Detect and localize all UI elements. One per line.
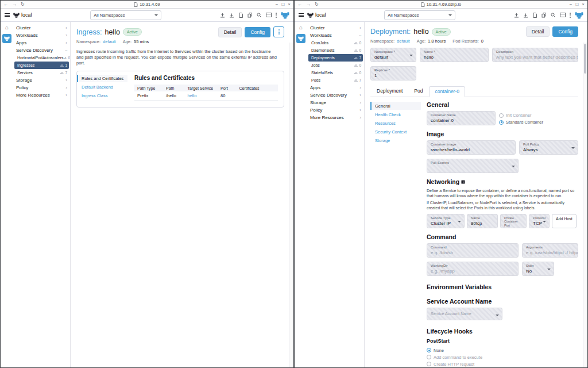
arguments-input[interactable]: Arguments e.g. /usr/sbin/httpd -f httpd.…	[522, 243, 578, 258]
namespace-filter-select[interactable]: All Namespaces	[90, 10, 161, 20]
file-icon[interactable]	[238, 13, 243, 18]
subnav-default-backend[interactable]: Default Backend	[77, 83, 127, 91]
port-name-input[interactable]: Name 80tcp	[467, 214, 498, 228]
search-icon[interactable]	[257, 13, 262, 18]
actions-button[interactable]	[273, 26, 284, 37]
namespace-link[interactable]: default	[103, 39, 116, 44]
cluster-brand[interactable]: local	[307, 12, 326, 18]
home-icon[interactable]: ⌂	[5, 25, 9, 30]
download-icon[interactable]	[523, 13, 528, 18]
rancher-logo-avatar[interactable]	[281, 11, 289, 20]
sidebar-item-storage[interactable]: Storage ›	[307, 99, 364, 106]
sidebar-item-policy[interactable]: Policy ›	[13, 84, 70, 91]
minimize-button[interactable]: −	[276, 2, 278, 7]
container-image-input[interactable]: Container Image rancher/hello-world	[427, 140, 516, 155]
address-bar[interactable]: 10.31.4.69	[49, 2, 245, 7]
sidebar-item-pods[interactable]: Pods 7	[307, 76, 364, 84]
pull-secrets-select[interactable]: Pull Secrets	[427, 159, 519, 173]
download-icon[interactable]	[229, 13, 234, 18]
tab-deployment[interactable]: Deployment	[372, 86, 408, 97]
description-input[interactable]: Description Any text you want that bette…	[492, 48, 578, 62]
cluster-rail-icon[interactable]	[2, 34, 11, 43]
menu-icon[interactable]	[5, 13, 10, 17]
service-type-select[interactable]: Service Type Cluster IP	[427, 214, 465, 228]
subnav-general[interactable]: General	[370, 102, 421, 110]
stdin-select[interactable]: Stdin No	[522, 262, 554, 276]
home-icon[interactable]: ⌂	[299, 25, 303, 30]
pull-policy-select[interactable]: Pull Policy Always	[519, 140, 578, 155]
sidebar-item-more-resources[interactable]: More Resources ›	[307, 114, 364, 121]
subnav-ingress-class[interactable]: Ingress Class	[77, 92, 127, 99]
sidebar-item-service-discovery[interactable]: Service Discovery ›	[307, 91, 364, 99]
kebab-menu-icon[interactable]	[570, 13, 571, 18]
sidebar-item-ingresses[interactable]: Ingresses 1	[14, 62, 69, 69]
rancher-logo-avatar[interactable]	[575, 11, 583, 20]
private-container-port-input[interactable]: Private Container Port	[500, 214, 527, 228]
config-button[interactable]: Config	[245, 27, 270, 37]
scrollbar-track[interactable]	[583, 43, 587, 367]
replicas-input[interactable]: Replicas * 1	[370, 66, 416, 80]
standard-container-radio[interactable]: Standard Container	[499, 120, 543, 125]
maximize-button[interactable]: □	[281, 2, 284, 7]
protocol-select[interactable]: Protocol TCP	[529, 214, 550, 228]
cell-target-service-link[interactable]: hello	[185, 91, 218, 101]
reload-button[interactable]: ↻	[21, 2, 25, 7]
sidebar-item-jobs[interactable]: Jobs 0	[307, 62, 364, 69]
container-name-input[interactable]: Container Name container-0	[427, 111, 496, 125]
cluster-rail-icon[interactable]	[296, 34, 305, 43]
detail-button[interactable]: Detail	[526, 26, 550, 37]
close-button[interactable]: ×	[582, 2, 585, 7]
scrollbar-track[interactable]	[289, 43, 293, 367]
window-icon[interactable]	[266, 13, 272, 17]
copy-icon[interactable]	[541, 13, 547, 18]
sidebar-item-cluster[interactable]: Cluster ›	[307, 24, 364, 32]
sidebar-item-hpa[interactable]: HorizontalPodAutoscalers 0	[13, 54, 70, 62]
minimize-button[interactable]: −	[570, 2, 572, 7]
namespace-filter-select[interactable]: All Namespaces	[384, 10, 455, 20]
sidebar-item-service-discovery[interactable]: Service Discovery ›	[13, 47, 70, 54]
sidebar-item-statefulsets[interactable]: StatefulSets 0	[307, 69, 364, 76]
back-button[interactable]: ←	[3, 2, 8, 7]
import-yaml-icon[interactable]	[514, 13, 519, 18]
file-icon[interactable]	[532, 13, 537, 18]
poststart-none-radio[interactable]: None	[427, 348, 578, 353]
sidebar-item-deployments[interactable]: Deployments 7	[308, 54, 363, 62]
init-container-radio[interactable]: Init Container	[499, 113, 543, 118]
address-bar[interactable]: 10.31.4.69.sslip.io	[343, 2, 539, 7]
service-account-select[interactable]: Service Account Name	[427, 308, 502, 320]
namespace-select[interactable]: Namespace * default	[370, 48, 416, 62]
sidebar-item-workloads[interactable]: Workloads ›	[307, 32, 364, 39]
cluster-brand[interactable]: local	[13, 12, 32, 18]
sidebar-item-policy[interactable]: Policy ›	[307, 106, 364, 114]
back-button[interactable]: ←	[297, 2, 302, 7]
subnav-storage[interactable]: Storage	[370, 136, 421, 144]
copy-icon[interactable]	[247, 13, 253, 18]
config-button[interactable]: Config	[552, 26, 578, 37]
sidebar-item-cluster[interactable]: Cluster ›	[13, 24, 70, 32]
close-button[interactable]: ×	[288, 2, 291, 7]
sidebar-item-storage[interactable]: Storage ›	[13, 76, 70, 84]
name-input[interactable]: Name * hello	[420, 48, 489, 62]
window-icon[interactable]	[560, 13, 566, 17]
command-input[interactable]: Command e.g. /bin/sh	[427, 243, 519, 258]
forward-button[interactable]: →	[12, 2, 17, 7]
subnav-health-check[interactable]: Health Check	[370, 110, 421, 118]
poststart-create-http-radio[interactable]: Create HTTP request	[427, 362, 578, 367]
poststart-add-command-radio[interactable]: Add command to execute	[427, 355, 578, 360]
sidebar-item-apps[interactable]: Apps ›	[307, 84, 364, 91]
namespace-link[interactable]: default	[397, 39, 410, 44]
sidebar-item-cronjobs[interactable]: CronJobs 0	[307, 39, 364, 47]
import-yaml-icon[interactable]	[220, 13, 225, 18]
search-icon[interactable]	[551, 13, 556, 18]
sidebar-item-daemonsets[interactable]: DaemonSets 0	[307, 47, 364, 54]
maximize-button[interactable]: □	[575, 2, 578, 7]
sidebar-item-more-resources[interactable]: More Resources ›	[13, 91, 70, 99]
subnav-resources[interactable]: Resources	[370, 119, 421, 127]
add-host-button[interactable]: Add Host	[552, 214, 577, 228]
sidebar-item-services[interactable]: Services 7	[13, 69, 70, 76]
sidebar-item-apps[interactable]: Apps ›	[13, 39, 70, 47]
menu-icon[interactable]	[299, 13, 304, 17]
sidebar-item-workloads[interactable]: Workloads ›	[13, 32, 70, 39]
tab-container-0[interactable]: container-0	[429, 86, 465, 97]
subnav-rules-and-certificates[interactable]: Rules and Certificates	[77, 75, 127, 82]
